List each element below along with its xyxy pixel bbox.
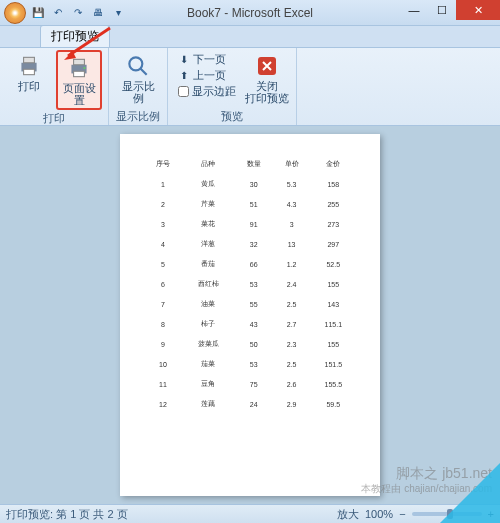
undo-icon[interactable]: ↶ [50, 5, 66, 21]
table-cell: 7 [144, 294, 182, 314]
page-setup-button[interactable]: 页面设置 [56, 50, 102, 110]
table-header-cell: 序号 [144, 154, 182, 174]
ribbon: 打印 页面设置 打印 显示比例 显示比例 ⬇下一页 [0, 48, 500, 126]
group-preview-label: 预览 [174, 108, 290, 125]
table-cell: 2.5 [273, 354, 311, 374]
table-cell: 12 [144, 394, 182, 414]
redo-icon[interactable]: ↷ [70, 5, 86, 21]
table-cell: 158 [311, 174, 356, 194]
group-print-label: 打印 [6, 110, 102, 127]
svg-rect-5 [74, 71, 85, 76]
corner-triangle [440, 463, 500, 523]
show-margins-check[interactable] [178, 86, 189, 97]
svg-rect-1 [24, 57, 35, 62]
table-cell: 10 [144, 354, 182, 374]
status-bar: 打印预览: 第 1 页 共 2 页 放大 100% − + [0, 504, 500, 523]
data-table: 序号品种数量单价金价 1黄瓜305.31582芹菜514.32553菜花9132… [144, 154, 356, 414]
svg-rect-2 [24, 69, 35, 74]
table-cell: 66 [235, 254, 273, 274]
table-row: 6西红柿532.4155 [144, 274, 356, 294]
table-row: 8柿子432.7115.1 [144, 314, 356, 334]
table-cell: 莲藕 [182, 394, 235, 414]
svg-line-8 [140, 68, 147, 75]
table-cell: 51 [235, 194, 273, 214]
qat-dropdown-icon[interactable]: ▾ [110, 5, 126, 21]
table-cell: 6 [144, 274, 182, 294]
office-button[interactable] [4, 2, 26, 24]
table-cell: 53 [235, 274, 273, 294]
close-button[interactable]: ✕ [456, 0, 500, 20]
table-cell: 菜花 [182, 214, 235, 234]
table-cell: 洋葱 [182, 234, 235, 254]
table-cell: 黄瓜 [182, 174, 235, 194]
table-cell: 75 [235, 374, 273, 394]
table-row: 10茄菜532.5151.5 [144, 354, 356, 374]
table-row: 3菜花913273 [144, 214, 356, 234]
table-cell: 2.4 [273, 274, 311, 294]
table-cell: 5.3 [273, 174, 311, 194]
table-cell: 3 [144, 214, 182, 234]
table-cell: 11 [144, 374, 182, 394]
window-controls: — ☐ ✕ [400, 0, 500, 20]
group-zoom-label: 显示比例 [115, 108, 161, 125]
title-bar: 💾 ↶ ↷ 🖶 ▾ Book7 - Microsoft Excel — ☐ ✕ [0, 0, 500, 26]
table-cell: 8 [144, 314, 182, 334]
table-cell: 50 [235, 334, 273, 354]
save-icon[interactable]: 💾 [30, 5, 46, 21]
print-quick-icon[interactable]: 🖶 [90, 5, 106, 21]
close-preview-button[interactable]: 关闭 打印预览 [244, 50, 290, 106]
table-row: 5番茄661.252.5 [144, 254, 356, 274]
table-cell: 2.7 [273, 314, 311, 334]
next-page-button[interactable]: ⬇下一页 [178, 52, 236, 67]
table-cell: 55 [235, 294, 273, 314]
table-cell: 西红柿 [182, 274, 235, 294]
table-cell: 13 [273, 234, 311, 254]
arrow-down-icon: ⬇ [178, 54, 190, 66]
tab-print-preview[interactable]: 打印预览 [40, 25, 110, 47]
table-cell: 番茄 [182, 254, 235, 274]
table-cell: 2.6 [273, 374, 311, 394]
table-header-cell: 单价 [273, 154, 311, 174]
minimize-button[interactable]: — [400, 0, 428, 20]
zoom-label[interactable]: 放大 [337, 507, 359, 522]
table-cell: 59.5 [311, 394, 356, 414]
preview-workspace: 序号品种数量单价金价 1黄瓜305.31582芹菜514.32553菜花9132… [0, 126, 500, 504]
table-cell: 255 [311, 194, 356, 214]
table-cell: 52.5 [311, 254, 356, 274]
table-row: 2芹菜514.3255 [144, 194, 356, 214]
table-row: 9菠菜瓜502.3155 [144, 334, 356, 354]
preview-page: 序号品种数量单价金价 1黄瓜305.31582芹菜514.32553菜花9132… [120, 134, 380, 496]
table-cell: 2.5 [273, 294, 311, 314]
table-cell: 柿子 [182, 314, 235, 334]
table-cell: 2 [144, 194, 182, 214]
maximize-button[interactable]: ☐ [428, 0, 456, 20]
table-cell: 297 [311, 234, 356, 254]
preview-options: ⬇下一页 ⬆上一页 显示边距 [174, 50, 240, 101]
table-row: 11豆角752.6155.5 [144, 374, 356, 394]
svg-rect-4 [74, 59, 85, 64]
printer-icon [15, 52, 43, 80]
table-cell: 24 [235, 394, 273, 414]
print-button[interactable]: 打印 [6, 50, 52, 94]
table-header-row: 序号品种数量单价金价 [144, 154, 356, 174]
table-row: 4洋葱3213297 [144, 234, 356, 254]
zoom-out-button[interactable]: − [399, 508, 405, 520]
table-cell: 2.9 [273, 394, 311, 414]
ribbon-tabs: 打印预览 [0, 26, 500, 48]
status-page-info: 打印预览: 第 1 页 共 2 页 [6, 507, 128, 522]
svg-point-6 [83, 67, 85, 69]
table-row: 12莲藕242.959.5 [144, 394, 356, 414]
table-cell: 115.1 [311, 314, 356, 334]
table-cell: 茄菜 [182, 354, 235, 374]
table-cell: 273 [311, 214, 356, 234]
zoom-button[interactable]: 显示比例 [115, 50, 161, 106]
table-cell: 豆角 [182, 374, 235, 394]
magnifier-icon [124, 52, 152, 80]
show-margins-checkbox[interactable]: 显示边距 [178, 84, 236, 99]
table-cell: 43 [235, 314, 273, 334]
close-x-icon [253, 52, 281, 80]
prev-page-button[interactable]: ⬆上一页 [178, 68, 236, 83]
group-print: 打印 页面设置 打印 [0, 48, 109, 125]
table-cell: 2.3 [273, 334, 311, 354]
table-row: 1黄瓜305.3158 [144, 174, 356, 194]
